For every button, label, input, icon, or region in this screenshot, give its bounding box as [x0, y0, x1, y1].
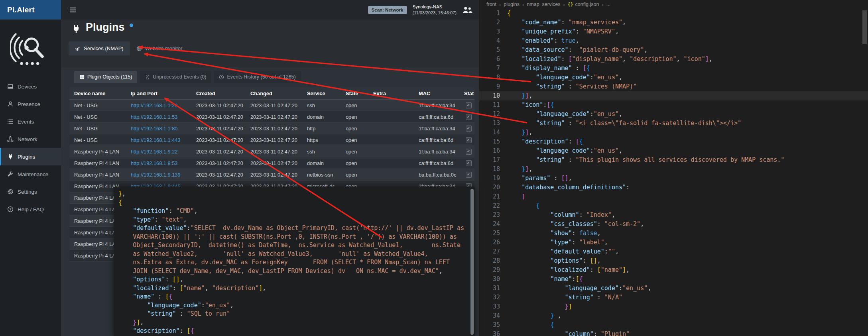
row-checkbox[interactable]: ✓	[466, 126, 472, 132]
app-brand[interactable]: Pi.Alert	[0, 0, 61, 20]
column-header-ip-and-port[interactable]: Ip and Port	[126, 87, 191, 100]
ip-port-link[interactable]: http://192.168.1.1:443	[131, 137, 181, 143]
line-number: 31	[479, 284, 500, 293]
column-header-extra[interactable]: Extra	[368, 87, 414, 100]
sidebar-item-presence[interactable]: Presence	[0, 95, 61, 113]
cell-changed: 2023-03-11 02:47:20	[246, 134, 302, 146]
screenshot-stage: Pi.Alert Scan: Network Synology-NAS (11/…	[0, 0, 868, 336]
code-line-7: 7 "display_name" : [{	[479, 64, 868, 73]
cell-created: 2023-03-11 02:47:20	[191, 123, 246, 134]
row-checkbox[interactable]: ✓	[466, 102, 472, 108]
cell-extra	[368, 146, 414, 157]
cell-service: netbios-ssn	[302, 169, 341, 181]
line-number: 32	[479, 293, 500, 302]
row-checkbox[interactable]: ✓	[466, 114, 472, 120]
cell-service: domain	[302, 111, 341, 123]
column-header-device-name[interactable]: Device name	[69, 87, 126, 100]
row-checkbox[interactable]: ✓	[466, 137, 472, 143]
breadcrumb-item-config-json[interactable]: {}config.json	[568, 2, 599, 7]
code-line-text: "params" : [],	[507, 174, 572, 183]
line-number: 26	[479, 238, 500, 247]
row-checkbox[interactable]: ✓	[466, 160, 472, 166]
code-line-3: "function": "CMD",	[118, 207, 468, 216]
cell-service: http	[302, 123, 341, 134]
code-line-text: "name":[{	[507, 275, 583, 284]
column-header-service[interactable]: Service	[302, 87, 341, 100]
line-number: 9	[479, 82, 500, 91]
code-line-7: Object_SecondaryID, datetime() as DateTi…	[118, 241, 468, 250]
line-number: 24	[479, 220, 500, 229]
sidebar-item-events[interactable]: Events	[0, 113, 61, 130]
column-header-changed[interactable]: Changed	[246, 87, 302, 100]
cell-status: ✓	[463, 169, 474, 181]
column-header-stat[interactable]: Stat	[463, 87, 474, 100]
cell-device: Raspberry Pi 4 LAN	[69, 169, 126, 181]
code-line-5: 5 "data_source": "pialert-db-query",	[479, 45, 868, 55]
breadcrumb-label: plugins	[504, 2, 520, 7]
ip-port-link[interactable]: http://192.168.1.9:53	[131, 160, 177, 166]
breadcrumb-item-[interactable]: ...	[606, 2, 610, 7]
plug-icon	[71, 24, 81, 34]
ip-port-link[interactable]: http://192.168.1.9:139	[131, 172, 181, 178]
code-line-19: 19 "params" : [],	[479, 174, 868, 183]
sidebar-item-devices[interactable]: Devices	[0, 78, 61, 95]
overlay-scrollbar[interactable]	[470, 189, 474, 335]
sidebar-item-maintenance[interactable]: Maintenance	[0, 165, 61, 183]
cell-status: ✓	[463, 134, 474, 146]
table-row: Raspberry Pi 4 LANhttp://192.168.1.9:532…	[69, 157, 474, 169]
row-checkbox[interactable]: ✓	[466, 149, 472, 155]
code-line-13: 13 "string" : "<i class=\"fa-solid fa-sa…	[479, 119, 868, 128]
line-number: 1	[479, 9, 500, 18]
tab-website-monitor[interactable]: Website monitor	[130, 41, 189, 55]
sidebar-item-help-faq[interactable]: ?Help / FAQ	[0, 200, 61, 218]
editor-scrollbar[interactable]	[862, 10, 867, 44]
code-line-text: "data_source": "pialert-db-query",	[507, 45, 648, 55]
hamburger-menu-icon[interactable]	[69, 6, 77, 14]
editor-code-area[interactable]: 1{2 "code_name": "nmap_services",3 "uniq…	[479, 9, 868, 336]
column-header-state[interactable]: State	[341, 87, 368, 100]
code-line-text: "default_value":"",	[507, 247, 619, 256]
history-icon	[219, 75, 224, 80]
maintenance-icon	[7, 171, 14, 177]
subtab-plugin-objects-115[interactable]: Plugin Objects (115)	[74, 71, 137, 83]
ip-port-link[interactable]: http://192.168.1.9:22	[131, 149, 177, 155]
tab-services-nmap[interactable]: Services (NMAP)	[69, 41, 130, 55]
ip-port-link[interactable]: http://192.168.1.1:53	[131, 114, 177, 120]
cell-device: Raspberry Pi 4 LAN	[69, 157, 126, 169]
code-line-14: 14 }],	[479, 128, 868, 137]
code-line-text: {	[507, 9, 511, 18]
code-line-6: 6 "localized": ["display_name", "descrip…	[479, 55, 868, 64]
tab-label: Website monitor	[145, 45, 183, 51]
config-code-overlay[interactable]: },{ "function": "CMD", "type": "text", "…	[114, 187, 475, 336]
column-header-mac[interactable]: MAC	[414, 87, 463, 100]
cell-changed: 2023-03-11 02:47:20	[246, 111, 302, 123]
scan-status-badge: Scan: Network	[368, 6, 407, 14]
help-icon: ?	[7, 206, 14, 212]
code-line-11: "options": [],	[118, 275, 468, 284]
globe-icon	[136, 46, 142, 51]
subtab-unprocessed-events-0[interactable]: Unprocessed Events (0)	[140, 71, 211, 83]
cell-state: open	[341, 146, 368, 157]
breadcrumb-item-plugins[interactable]: plugins	[504, 2, 520, 7]
users-icon[interactable]	[462, 6, 472, 14]
cell-device: Net - USG	[69, 123, 126, 134]
breadcrumb-item-nmap-services[interactable]: nmap_services	[527, 2, 560, 7]
cell-extra	[368, 134, 414, 146]
row-checkbox[interactable]: ✓	[466, 172, 472, 178]
line-number: 17	[479, 155, 500, 165]
ip-port-link[interactable]: http://192.168.1.1:22	[131, 102, 177, 108]
breadcrumb-item-front[interactable]: front	[486, 2, 496, 7]
sidebar-item-settings[interactable]: Settings	[0, 183, 61, 200]
column-header-created[interactable]: Created	[191, 87, 246, 100]
subtab-events-history-50-out-of-1265[interactable]: Events History (50 out of 1265)	[214, 71, 301, 83]
tab-label: Events History (50 out of 1265)	[227, 74, 295, 80]
cell-ip: http://192.168.1.9:53	[126, 157, 191, 169]
sidebar-item-plugins[interactable]: Plugins	[0, 148, 61, 165]
code-line-10: JOIN (SELECT dev_Name, dev_MAC, dev_Last…	[118, 267, 468, 276]
sidebar-item-network[interactable]: Network	[0, 130, 61, 148]
cell-created: 2023-03-11 02:47:20	[191, 169, 246, 181]
plugin-tabs: Services (NMAP)Website monitor	[69, 41, 189, 55]
ip-port-link[interactable]: http://192.168.1.1:80	[131, 126, 177, 132]
sidebar-item-label: Settings	[18, 189, 37, 195]
line-number: 15	[479, 137, 500, 146]
